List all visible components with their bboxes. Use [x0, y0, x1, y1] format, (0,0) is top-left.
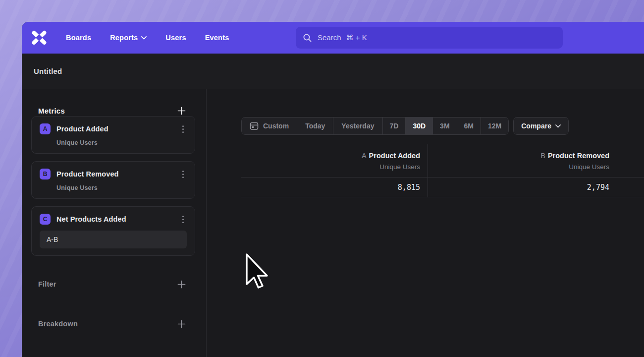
table-column-overflow [617, 144, 644, 197]
metric-card-b[interactable]: B Product Removed Unique Users [31, 161, 195, 199]
nav-item-boards[interactable]: Boards [66, 34, 91, 42]
report-main-panel: Custom Today Yesterday 7D 30D 3M 6M 12M … [207, 89, 644, 357]
add-filter-button[interactable] [177, 280, 186, 289]
range-tab-label: 12M [488, 122, 501, 130]
range-tab-label: 6M [464, 122, 474, 130]
kebab-menu-icon[interactable] [179, 215, 187, 224]
metric-name[interactable]: Product Removed [56, 170, 119, 178]
metrics-results-table: AProduct Added Unique Users 8,815 BProdu… [241, 144, 644, 197]
range-tab-label: Custom [263, 122, 289, 130]
metric-name[interactable]: Product Added [56, 125, 108, 133]
mixpanel-logo-icon[interactable] [31, 29, 48, 46]
metric-value[interactable]: 8,815 [241, 178, 428, 197]
kebab-menu-icon[interactable] [179, 124, 187, 133]
report-title[interactable]: Untitled [34, 67, 62, 75]
date-range-toolbar: Custom Today Yesterday 7D 30D 3M 6M 12M … [241, 117, 644, 135]
range-tab-12m[interactable]: 12M [481, 118, 508, 134]
chevron-down-icon [141, 36, 147, 40]
add-metric-button[interactable] [177, 107, 186, 115]
range-tab-3m[interactable]: 3M [432, 118, 456, 134]
search-shortcut: ⌘ + K [346, 33, 367, 42]
metric-value[interactable]: 2,794 [428, 178, 617, 197]
metric-name[interactable]: Net Products Added [56, 215, 126, 223]
range-tab-label: Yesterday [341, 122, 374, 130]
range-tab-yesterday[interactable]: Yesterday [333, 118, 382, 134]
filter-label: Filter [38, 280, 56, 288]
query-builder-sidebar: Metrics A Product Added Unique Users B P… [22, 89, 207, 357]
search-placeholder: Search ⌘ + K [318, 33, 367, 42]
range-tab-label: Today [305, 122, 325, 130]
range-tab-today[interactable]: Today [297, 118, 333, 134]
metric-card-c[interactable]: C Net Products Added A-B [31, 206, 195, 256]
metric-measure[interactable]: Unique Users [56, 139, 187, 146]
nav-item-label: Users [165, 34, 186, 42]
nav-item-label: Reports [110, 34, 138, 42]
column-title: Product Added [369, 152, 420, 160]
report-titlebar: Untitled [22, 54, 644, 89]
metric-measure[interactable]: Unique Users [56, 184, 187, 191]
column-header[interactable]: AProduct Added Unique Users [241, 144, 428, 178]
nav-item-label: Events [205, 34, 229, 42]
column-badge: A [362, 152, 367, 160]
column-badge: B [540, 152, 545, 160]
nav-item-events[interactable]: Events [205, 34, 229, 42]
nav-item-label: Boards [66, 34, 91, 42]
top-navbar: Boards Reports Users Events Search [22, 22, 644, 54]
range-tab-label: 3M [440, 122, 449, 130]
range-tab-label: 30D [413, 122, 426, 130]
chevron-down-icon [555, 124, 561, 128]
compare-label: Compare [521, 122, 551, 130]
date-range-group: Custom Today Yesterday 7D 30D 3M 6M 12M [241, 117, 509, 135]
breakdown-label: Breakdown [38, 320, 78, 328]
nav-item-reports[interactable]: Reports [110, 34, 147, 42]
compare-button[interactable]: Compare [513, 117, 569, 135]
metrics-label: Metrics [38, 107, 65, 115]
metric-badge: B [40, 169, 51, 179]
column-subtitle: Unique Users [433, 163, 609, 171]
nav-items: Boards Reports Users Events [66, 34, 229, 42]
metrics-section-header: Metrics [22, 105, 206, 116]
app-window: Boards Reports Users Events Search [22, 22, 644, 357]
search-icon [303, 33, 312, 43]
search-input[interactable]: Search ⌘ + K [296, 27, 563, 49]
column-subtitle: Unique Users [246, 163, 420, 171]
range-tab-custom[interactable]: Custom [242, 118, 297, 134]
breakdown-section-header: Breakdown [22, 318, 206, 329]
column-title: Product Removed [548, 152, 609, 160]
column-header[interactable]: BProduct Removed Unique Users [428, 144, 617, 178]
calendar-icon [250, 121, 259, 130]
range-tab-label: 7D [390, 122, 399, 130]
filter-section-header: Filter [22, 279, 206, 290]
metric-badge: C [40, 214, 51, 225]
range-tab-30d[interactable]: 30D [405, 118, 432, 134]
range-tab-6m[interactable]: 6M [457, 118, 481, 134]
metric-badge: A [40, 123, 51, 134]
add-breakdown-button[interactable] [177, 320, 186, 328]
formula-input[interactable]: A-B [40, 231, 187, 248]
metric-card-a[interactable]: A Product Added Unique Users [31, 116, 195, 154]
kebab-menu-icon[interactable] [179, 170, 187, 178]
range-tab-7d[interactable]: 7D [382, 118, 406, 134]
nav-item-users[interactable]: Users [165, 34, 186, 42]
table-column-a: AProduct Added Unique Users 8,815 [241, 144, 428, 197]
table-column-b: BProduct Removed Unique Users 2,794 [428, 144, 617, 197]
